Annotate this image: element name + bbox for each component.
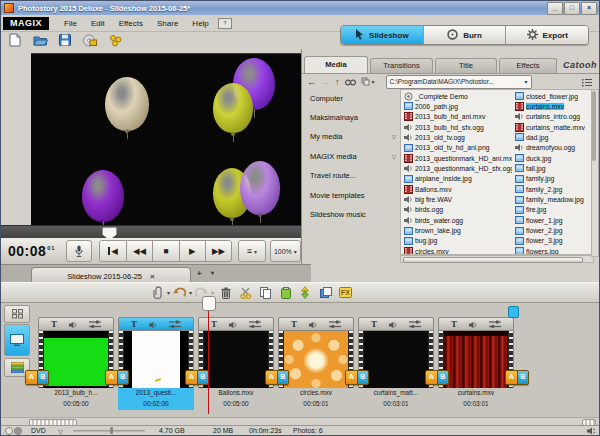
file-item[interactable]: birds.ogg: [404, 205, 512, 215]
file-item[interactable]: family_2.jpg: [515, 184, 593, 194]
transition-a-button[interactable]: A: [506, 371, 517, 384]
burn-mode-button[interactable]: Burn: [423, 26, 506, 44]
transition-b-button[interactable]: B: [517, 371, 529, 384]
transition-button[interactable]: AB: [105, 370, 129, 385]
cut-button[interactable]: [237, 285, 254, 300]
attach-button[interactable]: ▾: [153, 285, 170, 300]
tab-transitions[interactable]: Transitions: [370, 58, 433, 73]
transition-button[interactable]: AB: [265, 370, 289, 385]
catooh-logo[interactable]: Catooh: [563, 60, 597, 70]
title-icon[interactable]: T: [291, 319, 297, 329]
clip-6[interactable]: Tcurtains.mxv00:03:01: [438, 317, 514, 410]
storyboard-mode-button[interactable]: [4, 324, 30, 356]
file-item[interactable]: flower_3.jpg: [515, 236, 593, 246]
tab-title[interactable]: Title: [435, 58, 497, 73]
file-item[interactable]: curtains_intro.ogg: [515, 112, 593, 122]
clip-filmstrip[interactable]: [438, 331, 514, 388]
close-button[interactable]: ×: [581, 2, 597, 15]
file-item[interactable]: duck.jpg: [515, 153, 593, 163]
new-project-button[interactable]: [7, 33, 23, 47]
delete-button[interactable]: [217, 285, 234, 300]
monitor-menu-button[interactable]: ≡▾: [238, 240, 265, 262]
list-view-icon[interactable]: [582, 73, 592, 91]
file-item[interactable]: dad.jpg: [515, 132, 593, 142]
reorder-button[interactable]: [297, 285, 314, 300]
clip-header[interactable]: T: [278, 317, 354, 331]
file-item[interactable]: flower_1.jpg: [515, 215, 593, 225]
clip-header[interactable]: T: [438, 317, 514, 331]
zoom-level-button[interactable]: 100%▾: [270, 240, 301, 262]
file-item[interactable]: bug.jpg: [404, 236, 512, 246]
transition-a-button[interactable]: A: [26, 371, 37, 384]
sidebar-item-maksimalnaya[interactable]: Maksimalnaya: [310, 111, 396, 123]
options-icon[interactable]: ▾: [361, 77, 375, 86]
minimize-button[interactable]: _: [547, 2, 563, 15]
file-item[interactable]: circles.mxv: [404, 246, 512, 255]
file-item[interactable]: 2013_old_tv_hd_ani.png: [404, 143, 512, 153]
transition-b-button[interactable]: B: [197, 371, 209, 384]
file-item[interactable]: 2013_questionmark_HD_ani.mxv: [404, 153, 512, 163]
file-item[interactable]: birds_water.ogg: [404, 215, 512, 225]
transition-button[interactable]: AB: [505, 370, 529, 385]
rewind-button[interactable]: ◀◀: [127, 240, 153, 262]
paste-button[interactable]: [277, 285, 294, 300]
file-item[interactable]: 2013_old_tv.ogg: [404, 132, 512, 142]
file-item[interactable]: curtains_matte.mxv: [515, 122, 593, 132]
file-item[interactable]: dreamofyou.ogg: [515, 143, 593, 153]
clip-header[interactable]: T: [358, 317, 434, 331]
sidebar-item-movie-templates[interactable]: Movie templates: [310, 189, 396, 201]
marker-flag-icon[interactable]: [508, 306, 519, 318]
menu-effects[interactable]: Effects: [112, 17, 150, 30]
file-item[interactable]: flower_2.jpg: [515, 226, 593, 236]
sidebar-item-magix-media[interactable]: MAGIX media▽: [310, 150, 396, 162]
title-icon[interactable]: T: [211, 319, 217, 329]
menu-file[interactable]: File: [57, 17, 84, 30]
clip-4[interactable]: Tcircles.mxv00:05:01: [278, 317, 354, 410]
play-button[interactable]: ▶: [180, 240, 206, 262]
file-item[interactable]: _Complete Demo: [404, 91, 512, 101]
clip-filmstrip[interactable]: [278, 331, 354, 388]
seek-bar[interactable]: [1, 225, 301, 239]
clip-filmstrip[interactable]: [118, 331, 194, 388]
file-list-vscrollbar[interactable]: [591, 89, 599, 257]
clip-filmstrip[interactable]: [38, 331, 114, 388]
file-item[interactable]: 2013_bulb_hd_sfx.ogg: [404, 122, 512, 132]
status-icon[interactable]: [14, 427, 22, 435]
tab-media[interactable]: Media: [304, 56, 368, 73]
transition-b-button[interactable]: B: [37, 371, 49, 384]
sidebar-item-my-media[interactable]: My media▽: [310, 131, 396, 143]
duplicate-button[interactable]: [317, 285, 334, 300]
transition-b-button[interactable]: B: [117, 371, 129, 384]
export-mode-button[interactable]: Export: [505, 26, 588, 44]
transition-b-button[interactable]: B: [437, 371, 449, 384]
transition-b-button[interactable]: B: [357, 371, 369, 384]
file-item[interactable]: fall.jpg: [515, 163, 593, 173]
file-item[interactable]: big fire.WAV: [404, 195, 512, 205]
add-tab-button[interactable]: +: [197, 269, 202, 278]
up-button[interactable]: ↑: [335, 77, 340, 87]
menu-edit[interactable]: Edit: [84, 17, 112, 30]
transition-button[interactable]: AB: [185, 370, 209, 385]
slider-thumb[interactable]: [110, 427, 113, 434]
transition-button[interactable]: AB: [345, 370, 369, 385]
speaker-icon[interactable]: [587, 427, 595, 436]
file-item[interactable]: fire.jpg: [515, 205, 593, 215]
file-item[interactable]: Ballons.mxv: [404, 184, 512, 194]
help-panel-icon[interactable]: ?: [218, 18, 232, 29]
transition-a-button[interactable]: A: [106, 371, 117, 384]
tab-list-dropdown[interactable]: ▾: [211, 269, 214, 276]
clip-header[interactable]: T: [198, 317, 274, 331]
scrollbar-thumb[interactable]: [592, 91, 596, 161]
file-item[interactable]: 2013_questionmark_HD_sfx.ogg: [404, 163, 512, 173]
sidebar-item-travel-route-[interactable]: Travel route...: [310, 170, 396, 182]
capacity-slider[interactable]: [73, 430, 145, 432]
video-preview[interactable]: [31, 53, 301, 226]
clip-5[interactable]: Tcurtains_matt...00:03:01: [358, 317, 434, 410]
undo-button[interactable]: ▾: [173, 285, 192, 300]
transition-a-button[interactable]: A: [426, 371, 437, 384]
sidebar-item-computer[interactable]: Computer: [310, 92, 396, 104]
clip-3[interactable]: TBallons.mxv00:05:00: [198, 317, 274, 410]
scrollbar-thumb[interactable]: [403, 257, 583, 263]
clip-header[interactable]: T: [118, 317, 194, 331]
jump-start-button[interactable]: ◀: [99, 240, 126, 262]
